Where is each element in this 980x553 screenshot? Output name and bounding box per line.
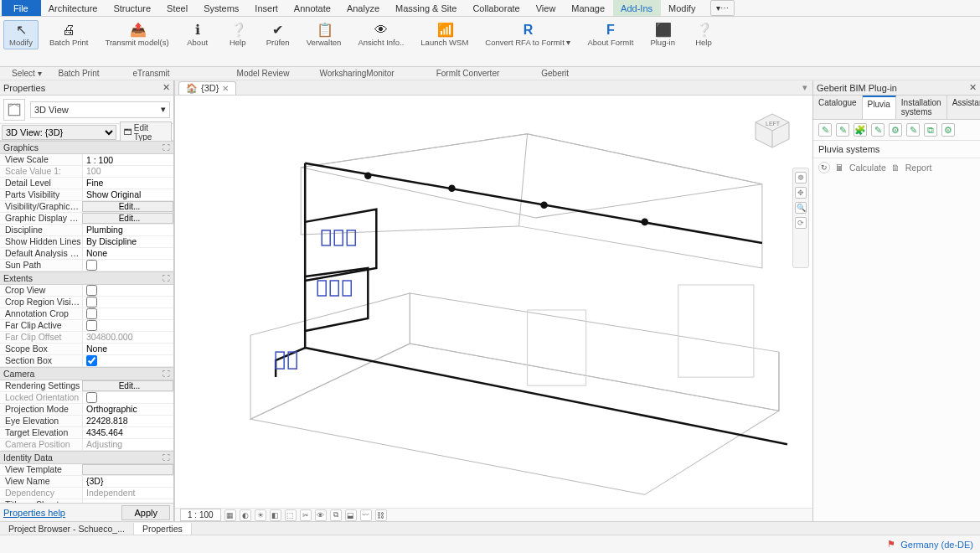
prop-value[interactable]: Adjusting	[82, 439, 173, 450]
close-icon[interactable]: ✕	[222, 84, 229, 93]
prop-value[interactable]: 304800.000	[82, 332, 173, 343]
ribbon-formit-about[interactable]: F About FormIt	[581, 20, 639, 49]
g-tool-5-icon[interactable]: ⚙	[889, 123, 902, 137]
prop-edit-button[interactable]: Edit...	[82, 213, 173, 224]
prop-value[interactable]: By Discipline	[82, 236, 173, 247]
orbit-icon[interactable]: ⟳	[795, 217, 807, 229]
vc-hide-icon[interactable]: 👁	[315, 509, 327, 521]
apply-button[interactable]: Apply	[121, 505, 170, 520]
geberit-header[interactable]: Geberit BIM Plug-in ✕	[813, 80, 980, 96]
tab-view[interactable]: View	[529, 0, 565, 16]
prop-edit-button[interactable]: Edit...	[82, 201, 173, 212]
prop-checkbox[interactable]	[86, 392, 97, 403]
type-selector[interactable]: 3D View ▾	[30, 101, 170, 118]
view-cube[interactable]: LEFT	[750, 109, 794, 152]
prop-value[interactable]: Plumbing	[82, 225, 173, 235]
ribbon-modify[interactable]: ↖ Modify	[3, 20, 39, 49]
view-tab-3d[interactable]: 🏠 {3D} ✕	[178, 81, 236, 95]
vc-constraints-icon[interactable]: ⛓	[375, 509, 387, 521]
instance-selector[interactable]: 3D View: {3D}	[2, 125, 116, 140]
status-region[interactable]: Germany (de-DE)	[900, 540, 973, 550]
ribbon-transmit[interactable]: 📤 Transmit model(s)	[99, 20, 174, 49]
prop-edit-button[interactable]: Edit...	[82, 380, 173, 391]
vc-temp-icon[interactable]: ⬓	[345, 509, 357, 521]
g-tool-6-icon[interactable]: ✎	[906, 123, 920, 137]
vc-crop-icon[interactable]: ✂	[300, 509, 312, 521]
pan-icon[interactable]: ✥	[795, 187, 807, 199]
steering-wheel-icon[interactable]: ☸	[795, 172, 807, 183]
tab-steel[interactable]: Steel	[159, 0, 196, 16]
refresh-icon[interactable]: ↻	[818, 162, 830, 173]
prop-checkbox[interactable]	[86, 260, 97, 271]
panel-select[interactable]: Select ▾	[3, 69, 50, 78]
ribbon-pruefen[interactable]: ✔ Prüfen	[260, 20, 296, 49]
geberit-tab-assistants[interactable]: Assistants	[947, 96, 980, 119]
prop-value[interactable]: 4345.464	[82, 427, 173, 438]
geberit-tab-install[interactable]: Installation systems	[896, 96, 947, 119]
prop-text-input[interactable]	[86, 154, 173, 165]
close-icon[interactable]: ✕	[162, 82, 170, 93]
geberit-tab-pluvia[interactable]: Pluvia	[863, 96, 896, 119]
ribbon-geberit[interactable]: ⬛ Plug-in	[644, 20, 681, 49]
tab-structure[interactable]: Structure	[106, 0, 159, 16]
tab-file[interactable]: File	[2, 0, 41, 16]
tab-overflow[interactable]: ▾⋯	[710, 0, 735, 16]
prop-checkbox[interactable]	[86, 285, 97, 296]
ribbon-help[interactable]: ❔ Help	[220, 20, 255, 49]
prop-group-extents[interactable]: Extents⛶	[0, 271, 173, 285]
prop-group-identity-data[interactable]: Identity Data⛶	[0, 451, 173, 464]
tab-systems[interactable]: Systems	[196, 0, 247, 16]
geberit-tab-catalogue[interactable]: Catalogue	[813, 96, 863, 119]
prop-value[interactable]: 100	[82, 166, 173, 177]
tab-massing[interactable]: Massing & Site	[388, 0, 465, 16]
geberit-calculate[interactable]: Calculate	[849, 163, 886, 173]
g-tool-1-icon[interactable]: ✎	[818, 123, 832, 137]
vc-detail-icon[interactable]: ▦	[224, 509, 236, 521]
ribbon-formit-convert[interactable]: R Convert RFA to FormIt ▾	[479, 20, 576, 49]
tab-analyze[interactable]: Analyze	[339, 0, 388, 16]
bottom-tab-properties[interactable]: Properties	[134, 523, 192, 535]
prop-value[interactable]: None	[82, 344, 173, 354]
prop-value[interactable]: Fine	[82, 178, 173, 189]
ribbon-about[interactable]: ℹ About	[180, 20, 215, 49]
tab-addins[interactable]: Add-Ins	[613, 0, 661, 16]
tab-insert[interactable]: Insert	[247, 0, 286, 16]
view-canvas[interactable]: LEFT ☸ ✥ 🔍 ⟳	[175, 96, 812, 508]
prop-group-camera[interactable]: Camera⛶	[0, 367, 173, 380]
prop-checkbox[interactable]	[86, 355, 97, 366]
g-tool-2-icon[interactable]: ✎	[836, 123, 849, 137]
g-tool-7-icon[interactable]: ⧉	[924, 123, 937, 137]
vc-render-icon[interactable]: ⬚	[285, 509, 297, 521]
prop-checkbox[interactable]	[86, 297, 97, 308]
tab-modify[interactable]: Modify	[661, 0, 704, 16]
tab-collaborate[interactable]: Collaborate	[465, 0, 528, 16]
ribbon-ansicht[interactable]: 👁 Ansicht Info..	[352, 20, 410, 49]
ribbon-wsm[interactable]: 📶 Launch WSM	[415, 20, 474, 49]
view-scale[interactable]: 1 : 100	[180, 509, 221, 521]
vc-shadow-icon[interactable]: ◧	[270, 509, 281, 521]
prop-value[interactable]: Show Original	[82, 189, 173, 200]
prop-checkbox[interactable]	[86, 320, 97, 331]
view-tabs-dropdown[interactable]: ▾	[802, 82, 812, 93]
close-icon[interactable]: ✕	[969, 82, 977, 93]
vc-sun-icon[interactable]: ☀	[255, 509, 266, 521]
tab-annotate[interactable]: Annotate	[286, 0, 339, 16]
ribbon-verwalten[interactable]: 📋 Verwalten	[301, 20, 348, 49]
prop-checkbox[interactable]	[86, 308, 97, 319]
properties-help-link[interactable]: Properties help	[3, 508, 65, 518]
tab-architecture[interactable]: Architecture	[41, 0, 106, 16]
prop-value[interactable]: {3D}	[82, 476, 173, 487]
g-tool-8-icon[interactable]: ⚙	[941, 123, 955, 137]
prop-value[interactable]: 22428.818	[82, 416, 173, 426]
geberit-report[interactable]: Report	[905, 163, 932, 173]
bottom-tab-project-browser[interactable]: Project Browser - Schueco_...	[0, 523, 134, 535]
edit-type-button[interactable]: 🗔 Edit Type	[120, 121, 172, 143]
g-tool-3-icon[interactable]: 🧩	[854, 123, 867, 137]
g-tool-4-icon[interactable]: ✎	[871, 123, 885, 137]
ribbon-batchprint[interactable]: 🖨 Batch Print	[44, 20, 94, 49]
prop-value[interactable]: Independent	[82, 488, 173, 499]
zoom-icon[interactable]: 🔍	[795, 202, 807, 214]
prop-group-graphics[interactable]: Graphics⛶	[0, 141, 173, 154]
navigation-bar[interactable]: ☸ ✥ 🔍 ⟳	[792, 168, 809, 268]
ribbon-help2[interactable]: ❔ Help	[686, 20, 721, 49]
